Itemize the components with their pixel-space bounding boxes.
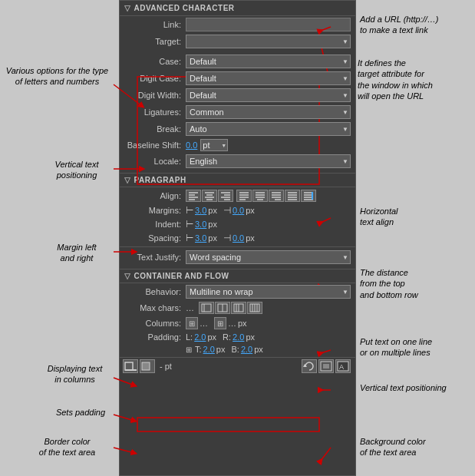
digit-case-row: Digit Case: Default <box>127 70 355 87</box>
text-justify-select[interactable]: Word spacing <box>186 250 351 264</box>
padding-r-unit: px <box>246 332 255 342</box>
stroke-btn[interactable] <box>123 359 138 373</box>
locale-select[interactable]: English <box>186 154 351 168</box>
text-justify-select-wrapper: Word spacing <box>186 250 351 264</box>
margins-row: Margins: ⊢ 3.0 px ⊣ 0.0 px <box>120 203 355 217</box>
indent-value[interactable]: 3.0 <box>195 220 206 229</box>
align-left-btn[interactable] <box>186 190 201 202</box>
force-justify-btn[interactable] <box>301 190 316 202</box>
break-label: Break: <box>132 124 186 134</box>
flow-btn-3[interactable] <box>231 302 246 314</box>
justify-right-btn[interactable] <box>269 190 284 202</box>
spacing-top-value[interactable]: 3.0 <box>195 233 206 243</box>
columns-ellipsis2: … <box>228 319 236 328</box>
padding-r-value[interactable]: 2.0 <box>233 332 244 342</box>
justify-full-btn[interactable] <box>285 190 300 202</box>
max-chars-label: Max chars: <box>124 303 186 312</box>
container-title: CONTAINER AND FLOW <box>134 272 229 280</box>
ann-various: Various options for the type of letters … <box>2 65 113 88</box>
text-justify-label: Text Justify: <box>124 253 186 262</box>
digit-case-select-wrapper: Default <box>186 71 351 85</box>
margin-left-unit: px <box>208 206 217 215</box>
ann-border: Border colorof the text area <box>23 436 111 458</box>
padding-tb-icon: ⊞ <box>186 345 192 354</box>
digit-case-select[interactable]: Default <box>186 71 351 85</box>
ligatures-select[interactable]: Common <box>186 105 351 119</box>
behavior-row: Behavior: Multiline no wrap <box>120 283 355 300</box>
collapse-arrow[interactable]: ▽ <box>124 4 131 12</box>
left-annotations: Various options for the type of letters … <box>0 0 119 476</box>
align-right-btn[interactable] <box>218 190 233 202</box>
justify-left-btn[interactable] <box>236 190 252 202</box>
svg-rect-59 <box>125 362 133 370</box>
container-header: ▽ CONTAINER AND FLOW <box>120 269 355 283</box>
digit-case-label: Digit Case: <box>132 74 186 83</box>
case-select[interactable]: Default <box>186 55 351 68</box>
margin-right-value[interactable]: 0.0 <box>233 206 244 215</box>
svg-rect-48 <box>202 304 211 312</box>
digit-width-select-wrapper: Default <box>186 88 351 102</box>
ann-vertical2: Vertical text positioning <box>360 382 473 393</box>
baseline-row: Baseline Shift: 0.0 pt <box>120 137 355 153</box>
break-select[interactable]: Auto <box>186 122 351 136</box>
margin-left-icon: ⊢ <box>186 205 193 216</box>
break-row: Break: Auto <box>127 121 355 137</box>
paragraph-collapse-arrow[interactable]: ▽ <box>124 176 131 184</box>
container-collapse-arrow[interactable]: ▽ <box>124 272 131 280</box>
digit-width-select[interactable]: Default <box>186 88 351 102</box>
target-select[interactable] <box>186 35 351 48</box>
padding-b-value[interactable]: 2.0 <box>241 345 252 354</box>
panel-header: ▽ ADVANCED CHARACTER <box>120 1 355 16</box>
indented-section: Case: Default Digit Case: Default <box>120 53 355 137</box>
flow-btn-4[interactable] <box>247 302 262 314</box>
justify-center-btn[interactable] <box>252 190 268 202</box>
margins-label: Margins: <box>124 206 186 215</box>
padding-l-label: L: <box>186 332 193 342</box>
spacing-row: Spacing: ⊢ 3.0 px ⊣ 0.0 px <box>120 231 355 245</box>
baseline-unit-select[interactable]: pt <box>200 139 228 151</box>
columns-row: Columns: ⊞ … ⊞ … px <box>120 316 355 331</box>
align-justify-group <box>236 190 316 202</box>
text-justify-row: Text Justify: Word spacing <box>120 249 355 266</box>
spacing-bottom-unit: px <box>246 233 255 243</box>
indent-row: Indent: ⊢ 3.0 px <box>120 217 355 231</box>
link-input[interactable] <box>186 18 351 31</box>
case-label: Case: <box>132 57 186 66</box>
rotate-btn[interactable] <box>302 359 317 373</box>
padding-label: Padding: <box>124 332 186 342</box>
spacing-bottom-icon: ⊣ <box>223 233 231 243</box>
align-label: Align: <box>124 191 186 200</box>
padding-t-value[interactable]: 2.0 <box>203 345 215 354</box>
spacing-bottom-value[interactable]: 0.0 <box>233 233 244 243</box>
padding-tb-row: ⊞ T: 2.0 px B: 2.0 px <box>120 343 355 355</box>
padding-b-label: B: <box>231 345 239 354</box>
ann-background: Background colorof the text area <box>360 436 471 458</box>
columns-px-icon: ⊞ <box>214 317 226 329</box>
align-buttons-group <box>186 190 233 202</box>
behavior-select[interactable]: Multiline no wrap <box>186 285 351 299</box>
fill-btn[interactable] <box>140 359 155 373</box>
align-center-btn[interactable] <box>202 190 217 202</box>
ann-displaying: Displaying textin columns <box>35 363 115 385</box>
link-row: Link: <box>120 16 355 33</box>
padding-l-value[interactable]: 2.0 <box>194 332 206 342</box>
baseline-value[interactable]: 0.0 <box>186 140 197 150</box>
paragraph-header: ▽ PARAGRAPH <box>120 173 355 187</box>
ligatures-label: Ligatures: <box>132 107 186 117</box>
padding-t-label: T: <box>195 345 202 354</box>
svg-rect-61 <box>142 362 150 370</box>
align-row: Align: <box>120 187 355 203</box>
baseline-label: Baseline Shift: <box>124 140 186 150</box>
indent-icon: ⊢ <box>186 219 193 230</box>
margin-left-value[interactable]: 3.0 <box>195 206 206 215</box>
flow-btn-1[interactable] <box>199 302 214 314</box>
columns-ellipsis: … <box>200 319 208 328</box>
flow-btn-2[interactable] <box>215 302 230 314</box>
target-row: Target: <box>120 33 355 50</box>
bg-color-btn[interactable]: A <box>335 359 351 373</box>
svg-rect-47 <box>312 192 313 200</box>
pt-label: - pt <box>160 362 172 371</box>
border-color-btn[interactable] <box>318 359 334 373</box>
spacing-top-unit: px <box>208 233 217 243</box>
panel-content: Link: Target: Case: Default <box>120 16 355 375</box>
